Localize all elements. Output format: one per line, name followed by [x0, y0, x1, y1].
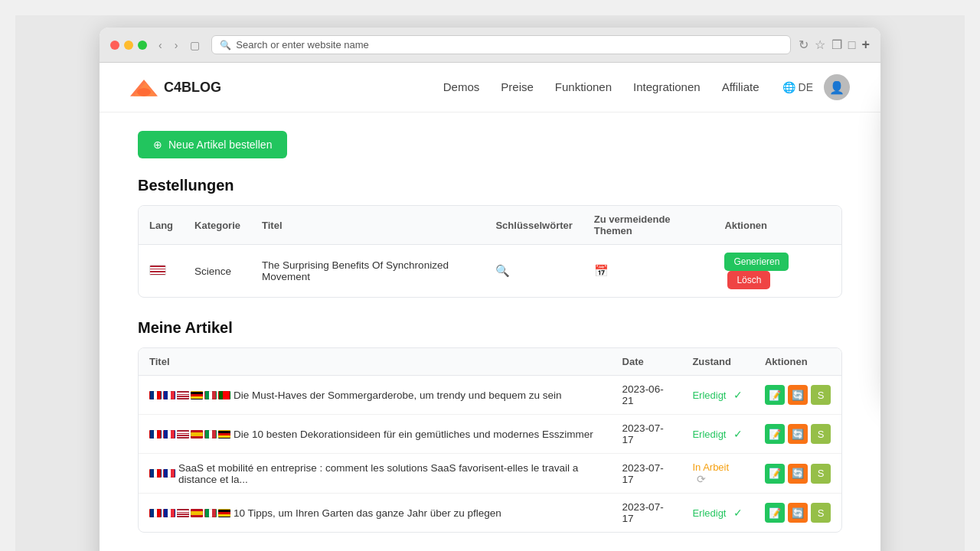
cell-ma-zustand: Erledigt ✓	[681, 376, 754, 415]
search-icon: 🔍	[220, 40, 231, 51]
lang-text: DE	[799, 81, 813, 93]
check-icon: ✓	[733, 507, 743, 519]
cell-ma-date: 2023-07-17	[612, 494, 682, 533]
extensions-button[interactable]: □	[848, 37, 856, 53]
themen-icon: 📅	[594, 264, 609, 277]
avatar[interactable]: 👤	[824, 74, 850, 100]
forward-button[interactable]: ›	[171, 37, 182, 53]
meine-artikel-table: Titel Date Zustand Aktionen	[139, 348, 841, 532]
nav-affiliate[interactable]: Affiliate	[722, 80, 760, 93]
cell-titel: The Surprising Benefits Of Synchronized …	[251, 245, 485, 298]
flag-us-icon	[177, 430, 189, 439]
minimize-button[interactable]	[124, 41, 133, 50]
action-icons: 📝 🔄 S	[765, 503, 831, 523]
nav-demos[interactable]: Demos	[443, 80, 480, 93]
reload-button[interactable]: ↻	[799, 37, 808, 53]
cell-ma-date: 2023-07-17	[612, 415, 682, 454]
flag-us-icon	[177, 509, 189, 517]
col-schluessel: Schlüsselwörter	[485, 206, 583, 245]
cell-aktionen: Generieren Lösch	[714, 245, 841, 298]
refresh-button[interactable]: 🔄	[788, 385, 808, 405]
nav-funktionen[interactable]: Funktionen	[555, 80, 612, 93]
status-erledigt: Erledigt	[692, 429, 726, 440]
losch-button[interactable]: Lösch	[727, 271, 770, 289]
new-article-label: Neue Artikel bestellen	[168, 139, 272, 151]
edit-button[interactable]: 📝	[765, 464, 785, 484]
col-lang: Lang	[139, 206, 184, 245]
refresh-button[interactable]: 🔄	[788, 424, 808, 444]
flag-fr-icon	[163, 469, 175, 478]
main-content: ⊕ Neue Artikel bestellen Bestellungen La…	[100, 112, 880, 551]
refresh-button[interactable]: 🔄	[788, 464, 808, 484]
flag-de-icon	[218, 509, 230, 517]
back-button[interactable]: ‹	[155, 37, 166, 53]
shopify-button[interactable]: S	[811, 464, 831, 484]
nav-links: Demos Preise Funktionen Integrationen Af…	[443, 80, 760, 94]
bookmark-button[interactable]: ☆	[815, 37, 825, 53]
status-erledigt: Erledigt	[692, 507, 726, 519]
close-button[interactable]	[110, 41, 119, 50]
cell-kategorie: Science	[184, 245, 251, 298]
maximize-button[interactable]	[138, 41, 147, 50]
nav-preise[interactable]: Preise	[501, 80, 534, 93]
cell-ma-date: 2023-06-21	[612, 376, 682, 415]
tab-button[interactable]: ▢	[186, 37, 204, 53]
cell-ma-date: 2023-07-17	[612, 454, 682, 494]
new-tab-button[interactable]: +	[861, 37, 870, 53]
meine-artikel-thead: Titel Date Zustand Aktionen	[139, 348, 841, 376]
edit-button[interactable]: 📝	[765, 503, 785, 523]
table-row: Die 10 besten Dekorationsideen für ein g…	[139, 415, 841, 454]
col-themen: Zu vermeidende Themen	[583, 206, 714, 245]
flags-group	[149, 469, 175, 478]
cell-ma-zustand: Erledigt ✓	[681, 415, 754, 454]
flag-be-icon	[149, 469, 162, 478]
flags-group	[149, 391, 230, 399]
bestellungen-thead: Lang Kategorie Titel Schlüsselwörter Zu …	[139, 206, 841, 245]
flags-group	[149, 430, 230, 439]
bestellungen-tbody: Science The Surprising Benefits Of Synch…	[139, 245, 841, 298]
table-row: Die Must-Haves der Sommergarderobe, um t…	[139, 376, 841, 415]
shopify-button[interactable]: S	[811, 424, 831, 444]
shopify-button[interactable]: S	[811, 385, 831, 405]
refresh-button[interactable]: 🔄	[788, 503, 808, 523]
col-ma-aktionen: Aktionen	[754, 348, 841, 376]
keywords-icon: 🔍	[495, 264, 510, 277]
shopify-button[interactable]: S	[811, 503, 831, 523]
action-icons: 📝 🔄 S	[765, 424, 831, 444]
flag-us-icon	[177, 391, 189, 399]
cell-schluessel: 🔍	[485, 245, 583, 298]
meine-artikel-tbody: Die Must-Haves der Sommergarderobe, um t…	[139, 376, 841, 533]
flag-fr-icon	[163, 509, 175, 517]
generieren-button[interactable]: Generieren	[724, 253, 789, 271]
edit-button[interactable]: 📝	[765, 424, 785, 444]
action-icons: 📝 🔄 S	[765, 385, 831, 405]
window-controls	[110, 41, 147, 50]
address-text: Search or enter website name	[236, 39, 368, 51]
logo: C4BLOG	[130, 77, 221, 98]
edit-button[interactable]: 📝	[765, 385, 785, 405]
table-row: 10 Tipps, um Ihren Garten das ganze Jahr…	[139, 494, 841, 533]
share-button[interactable]: ❐	[831, 37, 842, 53]
svg-point-2	[137, 88, 151, 96]
cell-ma-titel: Die 10 besten Dekorationsideen für ein g…	[139, 415, 612, 454]
language-button[interactable]: 🌐 DE	[782, 81, 813, 93]
check-icon: ✓	[733, 428, 743, 440]
address-bar[interactable]: 🔍 Search or enter website name	[211, 35, 790, 54]
cell-lang	[139, 245, 184, 298]
cell-ma-aktionen: 📝 🔄 S	[754, 376, 841, 415]
flag-pt-icon	[218, 391, 230, 399]
cell-ma-titel: SaaS et mobilité en entreprise : comment…	[139, 454, 612, 494]
bestellungen-table: Lang Kategorie Titel Schlüsselwörter Zu …	[139, 206, 841, 297]
table-row: Science The Surprising Benefits Of Synch…	[139, 245, 841, 298]
browser-titlebar: ‹ › ▢ 🔍 Search or enter website name ↻ ☆…	[100, 28, 880, 63]
new-article-button[interactable]: ⊕ Neue Artikel bestellen	[138, 131, 287, 158]
flag-es-icon	[191, 509, 203, 517]
plus-circle-icon: ⊕	[153, 139, 162, 151]
table-row: SaaS et mobilité en entreprise : comment…	[139, 454, 841, 494]
bestellungen-title: Bestellungen	[138, 177, 842, 194]
flag-be-icon	[149, 509, 162, 517]
browser-nav: ‹ › ▢	[155, 37, 204, 53]
globe-icon: 🌐	[782, 81, 795, 93]
nav-integrationen[interactable]: Integrationen	[633, 80, 701, 93]
flag-it-icon	[204, 430, 217, 439]
